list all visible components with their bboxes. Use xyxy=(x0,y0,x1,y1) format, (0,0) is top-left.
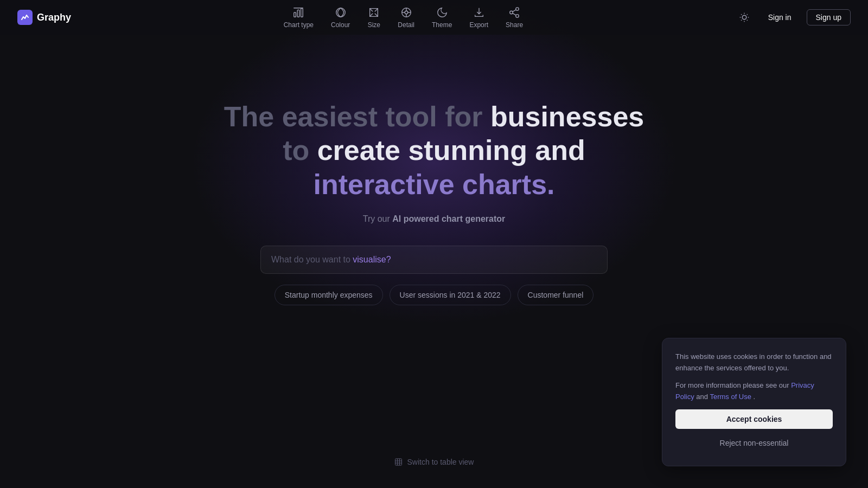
chart-type-icon xyxy=(292,6,305,19)
theme-icon xyxy=(436,6,449,19)
nav-center: Chart type Colour Size xyxy=(284,6,523,29)
svg-rect-2 xyxy=(301,9,303,17)
suggestions-container: Startup monthly expenses User sessions i… xyxy=(275,285,594,305)
terms-of-use-link[interactable]: Terms of Use xyxy=(710,393,751,401)
hero-title-create: create xyxy=(317,134,409,166)
svg-point-10 xyxy=(516,8,519,11)
nav-item-colour[interactable]: Colour xyxy=(331,6,350,29)
share-label: Share xyxy=(506,21,523,29)
detail-icon xyxy=(400,6,413,19)
nav-item-share[interactable]: Share xyxy=(506,6,523,29)
svg-line-19 xyxy=(746,20,747,21)
logo[interactable]: Graphy xyxy=(17,10,71,25)
subtitle-bold: AI powered chart generator xyxy=(392,214,505,223)
cookie-links-text: For more information please see our Priv… xyxy=(675,380,833,403)
share-icon xyxy=(508,6,521,19)
sign-up-button[interactable]: Sign up xyxy=(807,9,851,25)
detail-label: Detail xyxy=(398,21,414,29)
export-label: Export xyxy=(469,21,488,29)
size-label: Size xyxy=(368,21,380,29)
svg-point-5 xyxy=(405,11,408,14)
hero-title-interactive: interactive charts. xyxy=(313,169,554,200)
hero-title-stunning: stunning and xyxy=(408,134,585,166)
sign-in-button[interactable]: Sign in xyxy=(762,10,798,25)
hero-title: The easiest tool for businesses to creat… xyxy=(224,100,644,201)
svg-line-23 xyxy=(746,14,747,15)
svg-rect-0 xyxy=(294,12,296,17)
cookie-and-text: and xyxy=(696,393,708,401)
hero-title-to: to xyxy=(283,134,317,166)
svg-rect-24 xyxy=(395,459,402,465)
subtitle-normal: Try our xyxy=(363,214,393,223)
svg-point-12 xyxy=(516,15,519,17)
svg-line-18 xyxy=(741,14,742,15)
nav-item-size[interactable]: Size xyxy=(367,6,380,29)
switch-to-table-view[interactable]: Switch to table view xyxy=(394,458,474,466)
svg-point-11 xyxy=(510,11,513,14)
theme-toggle-button[interactable] xyxy=(736,9,753,26)
svg-line-14 xyxy=(513,10,516,12)
logo-text: Graphy xyxy=(37,12,71,23)
navbar: Graphy Chart type Col xyxy=(0,0,868,35)
search-container: What do you want to visualise? xyxy=(260,246,608,274)
nav-left: Graphy xyxy=(17,10,71,25)
hero-title-line1-dim: The easiest tool xyxy=(224,101,437,132)
hero-title-for: for xyxy=(445,101,490,132)
suggestion-startup[interactable]: Startup monthly expenses xyxy=(275,285,383,305)
logo-icon xyxy=(17,10,33,25)
switch-table-label: Switch to table view xyxy=(407,458,474,466)
hero-subtitle: Try our AI powered chart generator xyxy=(363,214,506,224)
svg-line-13 xyxy=(513,13,516,15)
svg-rect-1 xyxy=(297,10,299,17)
nav-item-theme[interactable]: Theme xyxy=(432,6,452,29)
cookie-line1: This website uses cookies in order to fu… xyxy=(675,352,832,372)
colour-label: Colour xyxy=(331,21,350,29)
hero-title-businesses: businesses xyxy=(490,101,644,132)
svg-line-22 xyxy=(741,20,742,21)
cookie-banner: This website uses cookies in order to fu… xyxy=(662,338,846,466)
chart-type-label: Chart type xyxy=(284,21,314,29)
main-content: The easiest tool for businesses to creat… xyxy=(0,35,868,305)
suggestion-user-sessions[interactable]: User sessions in 2021 & 2022 xyxy=(390,285,511,305)
colour-icon xyxy=(334,6,347,19)
nav-item-detail[interactable]: Detail xyxy=(398,6,414,29)
accept-cookies-button[interactable]: Accept cookies xyxy=(675,409,833,429)
nav-item-chart-type[interactable]: Chart type xyxy=(284,6,314,29)
search-input[interactable] xyxy=(260,246,608,274)
cookie-for-more: For more information please see our xyxy=(675,381,789,389)
reject-cookies-button[interactable]: Reject non-essential xyxy=(675,433,833,453)
export-icon xyxy=(473,6,486,19)
cookie-period: . xyxy=(754,393,756,401)
theme-label: Theme xyxy=(432,21,452,29)
cookie-body: This website uses cookies in order to fu… xyxy=(675,351,833,374)
size-icon xyxy=(367,6,380,19)
svg-point-15 xyxy=(742,15,746,20)
nav-right: Sign in Sign up xyxy=(736,9,851,26)
suggestion-customer-funnel[interactable]: Customer funnel xyxy=(518,285,594,305)
nav-item-export[interactable]: Export xyxy=(469,6,488,29)
